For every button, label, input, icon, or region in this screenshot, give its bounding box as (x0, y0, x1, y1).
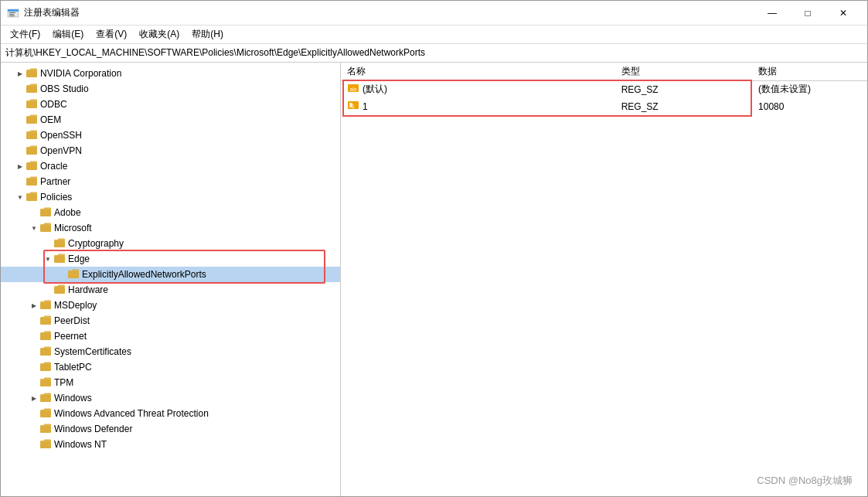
tree-item-partner[interactable]: Partner (1, 174, 340, 189)
svg-rect-19 (54, 287, 65, 294)
tree-item-tpm[interactable]: TPM (1, 375, 340, 390)
tree-arrow: ▼ (43, 256, 53, 263)
svg-rect-13 (26, 194, 37, 201)
breadcrumb: 计算机\HKEY_LOCAL_MACHINE\SOFTWARE\Policies… (1, 44, 867, 63)
table-row[interactable]: 11REG_SZ10080 (341, 98, 867, 115)
tree-item-label: Windows NT (54, 439, 107, 450)
folder-icon (26, 129, 38, 142)
reg-name-cell: 11 (341, 98, 615, 115)
svg-rect-22 (40, 333, 51, 340)
folder-icon (39, 330, 52, 343)
svg-rect-21 (40, 318, 51, 325)
folder-icon (39, 206, 52, 220)
svg-rect-29 (40, 441, 51, 448)
tree-item-label: OpenVPN (40, 145, 82, 156)
svg-rect-16 (54, 240, 65, 247)
tree-item-msdeploy[interactable]: ▶ MSDeploy (1, 298, 340, 313)
svg-rect-10 (26, 148, 37, 155)
tree-panel[interactable]: ▶ NVIDIA Corporation OBS Studio ODBC OEM… (1, 63, 341, 496)
tree-item-policies[interactable]: ▼ Policies (1, 189, 340, 205)
tree-item-windows[interactable]: ▶ Windows (1, 390, 340, 406)
folder-icon (53, 237, 66, 250)
folder-icon (39, 392, 52, 405)
svg-rect-2 (9, 12, 15, 13)
table-row[interactable]: ab(默认)REG_SZ(数值未设置) (341, 81, 867, 99)
menu-bar: 文件(F) 编辑(E) 查看(V) 收藏夹(A) 帮助(H) (1, 26, 867, 44)
tree-item-label: Oracle (40, 161, 67, 172)
svg-rect-15 (40, 225, 51, 232)
folder-icon (39, 438, 52, 451)
regedit-window: 注册表编辑器 — □ ✕ 文件(F) 编辑(E) 查看(V) 收藏夹(A) 帮助… (0, 0, 868, 497)
svg-rect-5 (26, 70, 37, 77)
tree-item-label: Partner (40, 176, 70, 187)
folder-icon (53, 284, 66, 297)
tree-item-obs[interactable]: OBS Studio (1, 81, 340, 97)
tree-item-label: Edge (68, 254, 90, 264)
svg-rect-3 (9, 14, 14, 15)
reg-icon: ab (347, 83, 359, 96)
folder-icon (26, 175, 38, 189)
tree-item-label: Adobe (54, 207, 81, 218)
watermark-text: CSDN @No8g玫城狮 (757, 475, 853, 486)
menu-edit[interactable]: 编辑(E) (46, 26, 90, 43)
tree-item-tabletpc[interactable]: TabletPC (1, 359, 340, 375)
window-controls: — □ ✕ (754, 1, 861, 26)
maximize-button[interactable]: □ (790, 1, 825, 26)
tree-item-label: OpenSSH (40, 130, 82, 141)
svg-rect-27 (40, 410, 51, 417)
folder-icon (39, 376, 52, 390)
tree-item-label: TPM (54, 377, 73, 388)
tree-item-label: SystemCertificates (54, 346, 131, 357)
folder-icon (67, 268, 80, 281)
folder-icon (26, 160, 38, 173)
tree-item-peerdist[interactable]: PeerDist (1, 313, 340, 328)
tree-item-defender[interactable]: Windows Defender (1, 421, 340, 437)
tree-arrow: ▶ (29, 395, 39, 402)
tree-item-peernet[interactable]: Peernet (1, 328, 340, 344)
tree-item-hardware[interactable]: Hardware (1, 282, 340, 298)
svg-rect-4 (9, 15, 15, 16)
tree-item-label: Peernet (54, 331, 87, 342)
close-button[interactable]: ✕ (825, 1, 861, 26)
folder-icon (26, 145, 38, 158)
tree-item-watp[interactable]: Windows Advanced Threat Protection (1, 406, 340, 421)
folder-icon (26, 191, 38, 204)
folder-icon (39, 315, 52, 328)
minimize-button[interactable]: — (754, 1, 790, 26)
reg-icon: 1 (347, 100, 359, 113)
folder-icon (26, 98, 38, 111)
window-title: 注册表编辑器 (24, 6, 754, 19)
menu-favorites[interactable]: 收藏夹(A) (133, 26, 186, 43)
folder-icon (26, 83, 38, 96)
tree-item-systemcerts[interactable]: SystemCertificates (1, 344, 340, 359)
tree-arrow: ▶ (29, 302, 39, 309)
tree-item-oem[interactable]: OEM (1, 112, 340, 128)
tree-item-label: Windows (54, 393, 92, 403)
svg-rect-7 (26, 101, 37, 108)
tree-item-label: Cryptography (68, 238, 124, 249)
svg-rect-9 (26, 132, 37, 139)
tree-item-label: OBS Studio (40, 83, 89, 94)
tree-item-openssh[interactable]: OpenSSH (1, 128, 340, 143)
tree-item-adobe[interactable]: Adobe (1, 205, 340, 220)
menu-file[interactable]: 文件(F) (4, 26, 46, 43)
tree-item-microsoft[interactable]: ▼ Microsoft (1, 220, 340, 236)
tree-item-cryptography[interactable]: Cryptography (1, 236, 340, 251)
tree-item-openvpn[interactable]: OpenVPN (1, 143, 340, 158)
table-header-row: 名称 类型 数据 (341, 63, 867, 81)
tree-item-windowsnt[interactable]: Windows NT (1, 437, 340, 452)
tree-arrow: ▶ (15, 70, 26, 77)
tree-item-oracle[interactable]: ▶ Oracle (1, 158, 340, 174)
svg-rect-6 (26, 86, 37, 93)
tree-item-edge[interactable]: ▼ Edge (1, 251, 340, 267)
tree-item-nvidia[interactable]: ▶ NVIDIA Corporation (1, 66, 340, 81)
tree-item-odbc[interactable]: ODBC (1, 97, 340, 112)
menu-help[interactable]: 帮助(H) (186, 26, 230, 43)
tree-item-explicitlyallowed[interactable]: ExplicitlyAllowedNetworkPorts (1, 267, 340, 282)
svg-rect-1 (8, 9, 19, 12)
folder-icon (39, 299, 52, 312)
menu-view[interactable]: 查看(V) (90, 26, 133, 43)
svg-text:1: 1 (352, 104, 355, 109)
app-icon (7, 7, 19, 19)
svg-rect-26 (40, 395, 51, 402)
